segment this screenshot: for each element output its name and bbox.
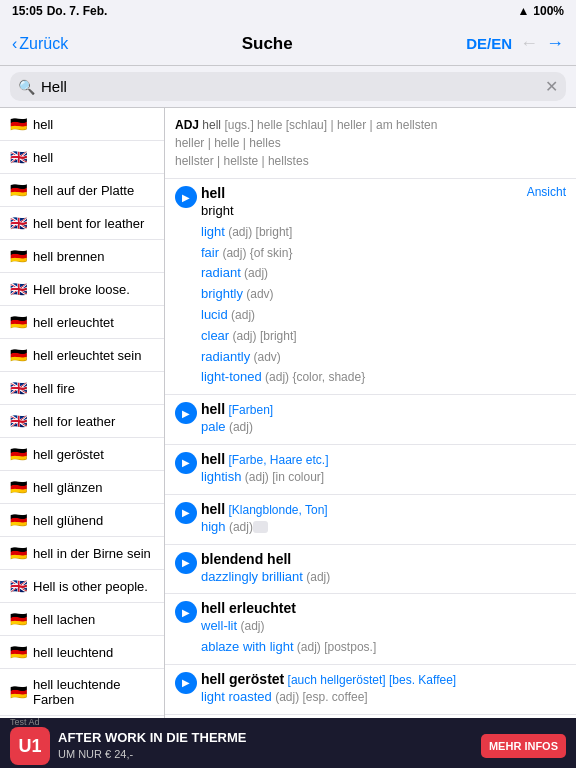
entry-title-row: hell geröstet [auch hellgeröstet] [bes. … — [201, 671, 566, 687]
audio-button[interactable]: ▶ — [175, 186, 197, 208]
ad-label: Test Ad — [10, 717, 40, 727]
left-item[interactable]: 🇬🇧hell bent for leather — [0, 207, 164, 240]
audio-button[interactable]: ▶ — [175, 402, 197, 424]
left-item[interactable]: 🇩🇪hell glühend — [0, 504, 164, 537]
left-item[interactable]: 🇬🇧hell fire — [0, 372, 164, 405]
def-tag: (adj) — [303, 570, 330, 584]
audio-icon: ▶ — [182, 607, 190, 618]
def-word: well-lit — [201, 618, 237, 633]
left-item[interactable]: 🇩🇪hell geröstet — [0, 438, 164, 471]
search-bar: 🔍 ✕ — [0, 66, 576, 108]
entry-def: radiantly (adv) — [201, 347, 566, 368]
flag-icon: 🇬🇧 — [10, 380, 27, 396]
entry-word: hell — [201, 451, 225, 467]
def-word: clear — [201, 328, 229, 343]
left-item-label: hell erleuchtet sein — [33, 348, 141, 363]
ad-subline: UM NUR € 24,- — [58, 747, 473, 761]
def-tag: (adj) — [262, 370, 293, 384]
entry-content: hell Ansicht brightlight (adj) [bright]f… — [201, 185, 566, 388]
left-item-label: hell auf der Platte — [33, 183, 134, 198]
audio-button[interactable]: ▶ — [175, 601, 197, 623]
search-icon: 🔍 — [18, 79, 35, 95]
left-item[interactable]: 🇩🇪hell leuchtend — [0, 636, 164, 669]
left-item[interactable]: 🇩🇪hell leuchtende Farben — [0, 669, 164, 716]
flag-icon: 🇬🇧 — [10, 215, 27, 231]
left-item[interactable]: 🇩🇪hell erleuchtet sein — [0, 339, 164, 372]
def-tag: (adj) — [294, 640, 325, 654]
audio-icon: ▶ — [182, 457, 190, 468]
entry-content: hell geröstet [auch hellgeröstet] [bes. … — [201, 671, 566, 708]
entry-def: clear (adj) [bright] — [201, 326, 566, 347]
nav-back-arrow[interactable]: ← — [520, 33, 538, 54]
ad-logo: U1 — [10, 727, 50, 765]
entry-block: ▶ hell erleuchtet well-lit (adj)ablaze w… — [165, 594, 576, 665]
entry-def: light-toned (adj) {color, shade} — [201, 367, 566, 388]
flag-icon: 🇬🇧 — [10, 149, 27, 165]
left-item[interactable]: 🇩🇪hell erleuchtet — [0, 306, 164, 339]
entry-block: ▶ blendend hell dazzlingly brilliant (ad… — [165, 545, 576, 595]
left-item[interactable]: 🇩🇪hell in der Birne sein — [0, 537, 164, 570]
flag-icon: 🇬🇧 — [10, 413, 27, 429]
left-item-label: hell — [33, 117, 53, 132]
left-item[interactable]: 🇩🇪hell glänzen — [0, 471, 164, 504]
entry-title-line: hell — [201, 185, 225, 201]
search-input[interactable] — [41, 78, 539, 95]
lang-toggle[interactable]: DE/EN — [466, 35, 512, 52]
flag-icon: 🇩🇪 — [10, 347, 27, 363]
audio-button[interactable]: ▶ — [175, 452, 197, 474]
def-tag: (adj) — [228, 308, 255, 322]
entry-title-row: hell [Farben] — [201, 401, 566, 417]
entry-def: well-lit (adj) — [201, 616, 566, 637]
entry-title-line: hell geröstet [auch hellgeröstet] [bes. … — [201, 671, 456, 687]
entry-title-line: blendend hell — [201, 551, 291, 567]
left-item[interactable]: 🇩🇪hell auf der Platte — [0, 174, 164, 207]
entry-block: ▶ hell [Farben] pale (adj) — [165, 395, 576, 445]
nav-right: DE/EN ← → — [466, 33, 564, 54]
left-item-label: hell leuchtend — [33, 645, 113, 660]
entry-block: ▶ hell geröstet [auch hellgeröstet] [bes… — [165, 665, 576, 715]
ad-button[interactable]: MEHR INFOS — [481, 734, 566, 758]
flag-icon: 🇩🇪 — [10, 446, 27, 462]
def-tag: {of skin} — [250, 246, 293, 260]
left-item[interactable]: 🇩🇪hell brennen — [0, 240, 164, 273]
time: 15:05 — [12, 4, 43, 18]
entry-row: ▶ hell [Farben] pale (adj) — [175, 401, 566, 438]
audio-icon: ▶ — [182, 192, 190, 203]
entry-context: [auch hellgeröstet] [bes. Kaffee] — [284, 673, 456, 687]
entry-block: ▶ hell Ansicht brightlight (adj) [bright… — [165, 179, 576, 395]
entry-def: light roasted (adj) [esp. coffee] — [201, 687, 566, 708]
entry-context: [Farben] — [225, 403, 273, 417]
entry-row: ▶ blendend hell dazzlingly brilliant (ad… — [175, 551, 566, 588]
left-item[interactable]: 🇬🇧hell — [0, 141, 164, 174]
audio-button[interactable]: ▶ — [175, 672, 197, 694]
entry-link[interactable]: Ansicht — [527, 185, 566, 199]
entry-row: ▶ hell Ansicht brightlight (adj) [bright… — [175, 185, 566, 388]
left-item[interactable]: 🇬🇧hell for leather — [0, 405, 164, 438]
def-word: pale — [201, 419, 226, 434]
left-item[interactable]: 🇩🇪hell — [0, 108, 164, 141]
ad-banner: Test Ad U1 AFTER WORK IN DIE THERME UM N… — [0, 718, 576, 768]
left-item[interactable]: 🇩🇪hell lachen — [0, 603, 164, 636]
entry-word: hell — [201, 185, 225, 201]
audio-button[interactable]: ▶ — [175, 552, 197, 574]
entry-def: fair (adj) {of skin} — [201, 243, 566, 264]
adj-word: hell — [202, 118, 221, 132]
adj-pos: ADJ — [175, 118, 199, 132]
adj-forms3: hellster | hellste | hellstes — [175, 154, 309, 168]
back-button[interactable]: ‹ Zurück — [12, 35, 68, 53]
audio-button[interactable]: ▶ — [175, 502, 197, 524]
entry-block: ▶ hell [Farbe, Haare etc.] lightish (adj… — [165, 445, 576, 495]
adj-forms2: heller | helle | helles — [175, 136, 281, 150]
def-tag: (adj) — [272, 690, 303, 704]
back-label: Zurück — [19, 35, 68, 53]
def-tag: [in colour] — [272, 470, 324, 484]
left-item-label: hell geröstet — [33, 447, 104, 462]
adj-header: ADJ hell [ugs.] helle [schlau] | heller … — [165, 108, 576, 179]
nav-forward-arrow[interactable]: → — [546, 33, 564, 54]
entry-title-row: hell erleuchtet — [201, 600, 566, 616]
def-word: fair — [201, 245, 219, 260]
clear-search-button[interactable]: ✕ — [545, 77, 558, 96]
left-item-label: hell glänzen — [33, 480, 102, 495]
left-item[interactable]: 🇬🇧Hell is other people. — [0, 570, 164, 603]
left-item[interactable]: 🇬🇧Hell broke loose. — [0, 273, 164, 306]
